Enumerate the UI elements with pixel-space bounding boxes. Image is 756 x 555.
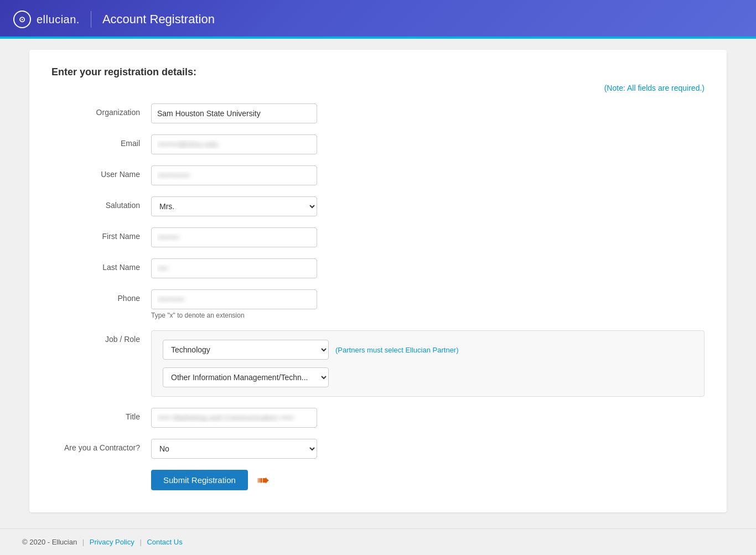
organization-row: Organization [51,103,705,123]
salutation-row: Salutation Mrs. Mr. Ms. Dr. Prof. [51,196,705,216]
email-input[interactable] [151,134,317,154]
jobrole-box: Technology Administration Finance HR Ell… [151,330,705,397]
username-row: User Name [51,165,705,185]
contact-us-link[interactable]: Contact Us [147,538,182,546]
lastname-control [151,258,705,278]
page-header: ⊙ ellucian. Account Registration [0,0,756,39]
form-heading: Enter your registration details: [51,66,705,78]
firstname-input[interactable] [151,227,317,247]
salutation-label: Salutation [51,196,151,210]
logo-area: ⊙ ellucian. [13,11,80,28]
title-label: Title [51,408,151,421]
username-control [151,165,705,185]
lastname-input[interactable] [151,258,317,278]
firstname-control [151,227,705,247]
arrow-icon: ➠ [257,471,270,489]
contractor-row: Are you a Contractor? No Yes [51,439,705,459]
job-category-select[interactable]: Technology Administration Finance HR Ell… [163,340,329,360]
footer-sep-1: | [82,538,84,546]
partner-note: (Partners must select Ellucian Partner) [335,346,459,354]
contractor-select[interactable]: No Yes [151,439,317,459]
username-label: User Name [51,165,151,179]
ellucian-logo-icon: ⊙ [13,11,31,28]
lastname-label: Last Name [51,258,151,272]
phone-row: Phone Type "x" to denote an extension [51,289,705,319]
required-note: (Note: All fields are required.) [51,84,705,92]
title-row: Title [51,408,705,428]
phone-input[interactable] [151,289,317,309]
title-input[interactable] [151,408,317,428]
page-footer: © 2020 - Ellucian | Privacy Policy | Con… [0,528,756,555]
submit-button[interactable]: Submit Registration [151,470,248,490]
main-content: Enter your registration details: (Note: … [0,39,756,528]
job-subcategory-select[interactable]: Other Information Management/Techn... [163,367,329,387]
organization-control [151,103,705,123]
username-input[interactable] [151,165,317,185]
contractor-label: Are you a Contractor? [51,439,151,452]
organization-input[interactable] [151,103,317,123]
phone-hint: Type "x" to denote an extension [151,312,705,319]
title-control [151,408,705,428]
logo-text: ellucian. [37,13,80,26]
firstname-row: First Name [51,227,705,247]
email-control [151,134,705,154]
email-label: Email [51,134,151,148]
copyright: © 2020 - Ellucian [22,538,77,546]
salutation-control: Mrs. Mr. Ms. Dr. Prof. [151,196,705,216]
page-title: Account Registration [102,12,215,27]
privacy-policy-link[interactable]: Privacy Policy [90,538,134,546]
phone-control: Type "x" to denote an extension [151,289,705,319]
jobrole-label: Job / Role [51,330,151,344]
firstname-label: First Name [51,227,151,241]
lastname-row: Last Name [51,258,705,278]
form-card: Enter your registration details: (Note: … [29,50,727,512]
contractor-control: No Yes [151,439,705,459]
jobrole-row1: Technology Administration Finance HR Ell… [163,340,693,360]
footer-sep-2: | [139,538,141,546]
jobrole-row: Job / Role Technology Administration Fin… [51,330,705,397]
header-divider [91,11,91,28]
organization-label: Organization [51,103,151,117]
submit-row: Submit Registration ➠ [51,470,705,490]
email-row: Email [51,134,705,154]
salutation-select[interactable]: Mrs. Mr. Ms. Dr. Prof. [151,196,317,216]
phone-label: Phone [51,289,151,303]
